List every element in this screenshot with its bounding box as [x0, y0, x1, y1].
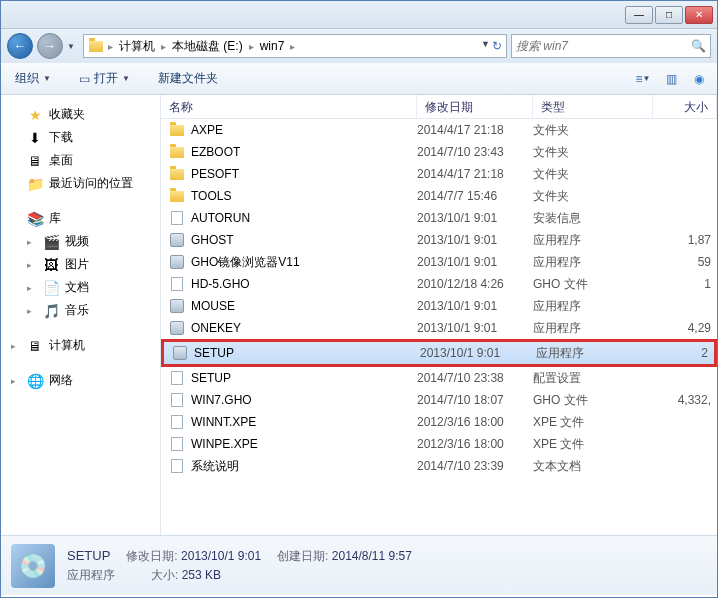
back-button[interactable]: ← — [7, 33, 33, 59]
search-input[interactable] — [516, 39, 691, 53]
expand-arrow-icon: ▸ — [11, 341, 21, 351]
breadcrumb-bar[interactable]: ▸ 计算机 ▸ 本地磁盘 (E:) ▸ win7 ▸ ▼ ↻ — [83, 34, 507, 58]
breadcrumb-drive[interactable]: 本地磁盘 (E:) — [170, 38, 245, 55]
toolbar: 组织▼ ▭打开▼ 新建文件夹 ≡▼ ▥ ◉ — [1, 63, 717, 95]
help-button[interactable]: ◉ — [689, 69, 709, 89]
breadcrumb-computer[interactable]: 计算机 — [117, 38, 157, 55]
column-type[interactable]: 类型 — [533, 95, 653, 118]
file-icon — [169, 414, 185, 430]
file-row[interactable]: GHO镜像浏览器V112013/10/1 9:01应用程序59 — [161, 251, 717, 273]
file-name: EZBOOT — [191, 145, 240, 159]
chevron-right-icon: ▸ — [247, 41, 256, 52]
file-type: 应用程序 — [533, 254, 653, 271]
file-icon — [169, 370, 185, 386]
main-area: ★收藏夹 ⬇下载 🖥桌面 📁最近访问的位置 📚库 ▸🎬视频 ▸🖼图片 ▸📄文档 … — [1, 95, 717, 535]
file-icon — [169, 232, 185, 248]
file-row[interactable]: WIN7.GHO2014/7/10 18:07GHO 文件4,332, — [161, 389, 717, 411]
file-icon — [169, 254, 185, 270]
maximize-button[interactable]: □ — [655, 6, 683, 24]
window-titlebar: — □ ✕ — [1, 1, 717, 29]
file-name: GHO镜像浏览器V11 — [191, 254, 300, 271]
file-row[interactable]: WINNT.XPE2012/3/16 18:00XPE 文件 — [161, 411, 717, 433]
sidebar-item-network[interactable]: ▸🌐网络 — [1, 369, 160, 392]
sidebar-item-videos[interactable]: ▸🎬视频 — [1, 230, 160, 253]
file-type: 应用程序 — [533, 320, 653, 337]
file-icon — [169, 458, 185, 474]
breadcrumb-folder[interactable]: win7 — [258, 39, 287, 53]
chevron-right-icon: ▸ — [159, 41, 168, 52]
file-icon — [169, 392, 185, 408]
recent-icon: 📁 — [27, 176, 43, 192]
file-row[interactable]: AXPE2014/4/17 21:18文件夹 — [161, 119, 717, 141]
favorites-group[interactable]: ★收藏夹 — [1, 103, 160, 126]
file-large-icon: 💿 — [11, 544, 55, 588]
file-row[interactable]: GHOST2013/10/1 9:01应用程序1,87 — [161, 229, 717, 251]
file-rows: AXPE2014/4/17 21:18文件夹EZBOOT2014/7/10 23… — [161, 119, 717, 535]
nav-history-dropdown[interactable]: ▼ — [67, 42, 79, 51]
file-row[interactable]: PESOFT2014/4/17 21:18文件夹 — [161, 163, 717, 185]
back-arrow-icon: ← — [14, 39, 26, 53]
file-icon — [169, 210, 185, 226]
file-row[interactable]: SETUP2014/7/10 23:38配置设置 — [161, 367, 717, 389]
file-date: 2013/10/1 9:01 — [417, 255, 533, 269]
file-list-pane: 名称 修改日期 类型 大小 AXPE2014/4/17 21:18文件夹EZBO… — [161, 95, 717, 535]
sidebar-item-pictures[interactable]: ▸🖼图片 — [1, 253, 160, 276]
open-button[interactable]: ▭打开▼ — [73, 68, 136, 89]
sidebar-item-computer[interactable]: ▸🖥计算机 — [1, 334, 160, 357]
file-icon — [169, 276, 185, 292]
file-date: 2013/10/1 9:01 — [417, 299, 533, 313]
sidebar-item-desktop[interactable]: 🖥桌面 — [1, 149, 160, 172]
forward-button[interactable]: → — [37, 33, 63, 59]
column-date[interactable]: 修改日期 — [417, 95, 533, 118]
file-type: GHO 文件 — [533, 392, 653, 409]
file-row[interactable]: SETUP2013/10/1 9:01应用程序2 — [164, 342, 714, 364]
desktop-icon: 🖥 — [27, 153, 43, 169]
sidebar-item-music[interactable]: ▸🎵音乐 — [1, 299, 160, 322]
file-type: 应用程序 — [533, 232, 653, 249]
file-row[interactable]: 系统说明2014/7/10 23:39文本文档 — [161, 455, 717, 477]
file-date: 2013/10/1 9:01 — [417, 211, 533, 225]
file-row[interactable]: AUTORUN2013/10/1 9:01安装信息 — [161, 207, 717, 229]
file-type: XPE 文件 — [533, 436, 653, 453]
file-row[interactable]: MOUSE2013/10/1 9:01应用程序 — [161, 295, 717, 317]
file-row[interactable]: HD-5.GHO2010/12/18 4:26GHO 文件1 — [161, 273, 717, 295]
file-row[interactable]: TOOLS2014/7/7 15:46文件夹 — [161, 185, 717, 207]
column-name[interactable]: 名称 — [161, 95, 417, 118]
preview-pane-button[interactable]: ▥ — [661, 69, 681, 89]
view-options-button[interactable]: ≡▼ — [633, 69, 653, 89]
file-type: GHO 文件 — [533, 276, 653, 293]
close-button[interactable]: ✕ — [685, 6, 713, 24]
library-icon: 📚 — [27, 211, 43, 227]
file-date: 2014/4/17 21:18 — [417, 123, 533, 137]
file-size: 1 — [653, 277, 717, 291]
organize-menu[interactable]: 组织▼ — [9, 68, 57, 89]
file-icon — [169, 320, 185, 336]
file-icon — [169, 144, 185, 160]
expand-arrow-icon: ▸ — [11, 376, 21, 386]
download-icon: ⬇ — [27, 130, 43, 146]
refresh-icon[interactable]: ↻ — [492, 39, 502, 53]
search-box[interactable]: 🔍 — [511, 34, 711, 58]
file-row[interactable]: ONEKEY2013/10/1 9:01应用程序4,29 — [161, 317, 717, 339]
file-date: 2013/10/1 9:01 — [417, 233, 533, 247]
sidebar-item-downloads[interactable]: ⬇下载 — [1, 126, 160, 149]
file-name: GHOST — [191, 233, 234, 247]
column-headers: 名称 修改日期 类型 大小 — [161, 95, 717, 119]
sidebar-item-recent[interactable]: 📁最近访问的位置 — [1, 172, 160, 195]
file-name: TOOLS — [191, 189, 231, 203]
minimize-button[interactable]: — — [625, 6, 653, 24]
file-row[interactable]: WINPE.XPE2012/3/16 18:00XPE 文件 — [161, 433, 717, 455]
file-size: 4,29 — [653, 321, 717, 335]
file-date: 2012/3/16 18:00 — [417, 415, 533, 429]
dropdown-icon[interactable]: ▼ — [481, 39, 490, 53]
sidebar-item-documents[interactable]: ▸📄文档 — [1, 276, 160, 299]
file-date: 2013/10/1 9:01 — [420, 346, 536, 360]
new-folder-button[interactable]: 新建文件夹 — [152, 68, 224, 89]
libraries-group[interactable]: 📚库 — [1, 207, 160, 230]
search-icon[interactable]: 🔍 — [691, 39, 706, 53]
file-name: AXPE — [191, 123, 223, 137]
folder-icon — [88, 38, 104, 54]
file-row[interactable]: EZBOOT2014/7/10 23:43文件夹 — [161, 141, 717, 163]
address-bar-row: ← → ▼ ▸ 计算机 ▸ 本地磁盘 (E:) ▸ win7 ▸ ▼ ↻ 🔍 — [1, 29, 717, 63]
column-size[interactable]: 大小 — [653, 95, 717, 118]
